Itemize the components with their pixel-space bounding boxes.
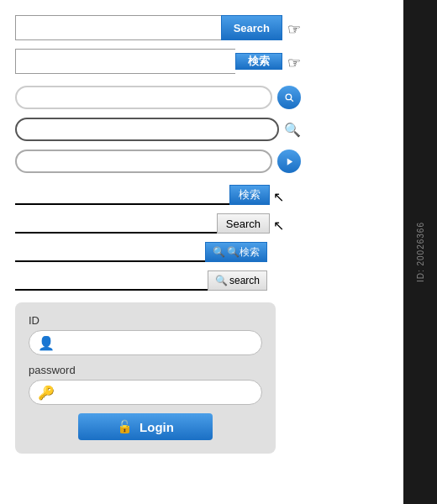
login-button[interactable]: 🔓 Login xyxy=(78,413,213,440)
search-input-2[interactable] xyxy=(15,49,235,74)
search-play-button[interactable] xyxy=(277,150,301,173)
cursor-hand-icon-1: ☞ xyxy=(287,20,301,40)
search-input-6[interactable] xyxy=(15,185,229,205)
id-input-row: 👤 xyxy=(29,330,262,355)
magnifier-icon-4: 🔍 xyxy=(284,122,301,138)
cursor-arrow-icon-1: ↖ xyxy=(273,189,284,205)
user-icon: 👤 xyxy=(38,335,55,351)
search-input-1[interactable] xyxy=(15,15,221,40)
search-input-5[interactable] xyxy=(15,150,272,173)
key-icon: 🔑 xyxy=(38,385,55,401)
svg-point-0 xyxy=(286,94,292,100)
search-button-en-2[interactable]: Search xyxy=(217,213,270,234)
password-input-row: 🔑 xyxy=(29,380,262,405)
magnifier-small-icon-1: 🔍 xyxy=(213,246,225,258)
play-icon xyxy=(285,157,294,166)
id-input[interactable] xyxy=(60,337,253,349)
cursor-arrow-icon-2: ↖ xyxy=(273,218,284,234)
search-mag-kensaku-button[interactable]: 🔍 🔍検索 xyxy=(205,242,267,262)
id-label: ID xyxy=(29,314,262,327)
svg-line-1 xyxy=(290,98,292,101)
search-input-8[interactable] xyxy=(15,242,205,262)
password-label: password xyxy=(29,364,262,376)
sidebar: ID: 20026366 xyxy=(403,0,437,504)
search-input-3[interactable] xyxy=(15,86,272,109)
search-button-en[interactable]: Search xyxy=(221,15,282,40)
cursor-hand-icon-2: ☞ xyxy=(287,54,301,74)
search-input-7[interactable] xyxy=(15,213,217,234)
search-blue-circle-button[interactable] xyxy=(277,86,301,109)
svg-marker-2 xyxy=(287,158,292,165)
main-content: Search ☞ 検索 ☞ 🔍 検索 ↖ xyxy=(0,0,403,504)
search-button-ja[interactable]: 検索 xyxy=(235,53,282,70)
search-input-4[interactable] xyxy=(15,118,279,141)
password-input[interactable] xyxy=(60,386,253,399)
search-label: search xyxy=(229,275,260,286)
login-box: ID 👤 password 🔑 🔓 Login xyxy=(15,302,276,454)
sidebar-id-text: ID: 20026366 xyxy=(416,222,425,282)
magnifier-icon-3 xyxy=(284,92,295,103)
search-input-9[interactable] xyxy=(15,270,208,291)
search-button-ja-2[interactable]: 検索 xyxy=(229,185,270,205)
search-mag-search-button[interactable]: 🔍 search xyxy=(208,270,267,291)
lock-icon: 🔓 xyxy=(117,419,133,434)
magnifier-small-icon-2: 🔍 xyxy=(215,275,228,286)
